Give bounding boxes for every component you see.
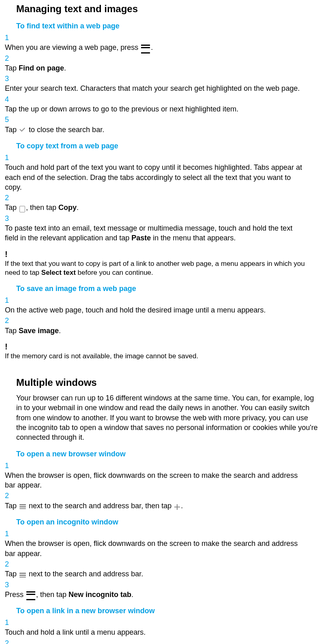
menu-icon (26, 591, 35, 600)
text: . (59, 327, 61, 335)
step-body: To paste text into an email, text messag… (5, 223, 306, 243)
page-content: Managing text and images To find text wi… (0, 3, 334, 644)
text: Tap (5, 126, 19, 134)
subhead-find-text: To find text within a web page (16, 22, 318, 30)
text: Tap (5, 203, 19, 212)
step-number: 3 (5, 74, 15, 83)
bold-text: Copy (58, 203, 77, 212)
step-body: Tap Save image. (5, 326, 306, 336)
step-body: When the browser is open, flick downward… (5, 471, 306, 490)
step-body: On the active web page, touch and hold t… (5, 305, 306, 315)
text: before you can continue. (76, 269, 153, 276)
step-number: 1 (5, 618, 15, 627)
text: Tap (5, 502, 19, 510)
text: . (181, 502, 183, 510)
step-number: 2 (5, 491, 15, 501)
subhead-save-image: To save an image from a web page (16, 285, 318, 293)
subhead-open-new-window: To open a new browser window (16, 450, 318, 458)
bold-text: Find on page (19, 64, 64, 72)
bold-text: Select text (41, 269, 76, 276)
step: 3 To paste text into an email, text mess… (5, 214, 318, 243)
steps-open-new-window: 1 When the browser is open, flick downwa… (16, 461, 318, 511)
warning-icon: ! (5, 341, 15, 352)
text: Tap (5, 327, 19, 335)
text: Tap (5, 64, 19, 72)
bold-text: Paste (131, 234, 151, 242)
step-body: Tap to close the search bar. (5, 125, 306, 135)
step: 2 Tap Find on page. (5, 53, 318, 73)
step-number: 2 (5, 53, 15, 63)
step-body: When you are viewing a web page, press . (5, 43, 306, 52)
text: next to the search and address bar, then… (27, 502, 173, 510)
subhead-copy-text: To copy text from a web page (16, 142, 318, 150)
plus-icon (174, 504, 180, 510)
step: 2 Tap next to the search and address bar… (5, 559, 318, 579)
step: 2 Tap Open in new tab. (5, 638, 318, 644)
step-number: 2 (5, 638, 15, 644)
step-body: Tap , then tap Copy. (5, 203, 306, 212)
step-number: 4 (5, 94, 15, 104)
warning-icon: ! (5, 249, 15, 259)
note-text: If the memory card is not available, the… (5, 352, 306, 361)
step: 1 Touch and hold part of the text you wa… (5, 153, 318, 192)
step-body: Tap next to the search and address bar, … (5, 501, 306, 511)
step-number: 5 (5, 115, 15, 124)
step-number: 1 (5, 529, 15, 539)
step-number: 2 (5, 316, 15, 325)
steps-find-text: 1 When you are viewing a web page, press… (16, 33, 318, 135)
subhead-open-incognito: To open an incognito window (16, 518, 318, 526)
step: 3 Enter your search text. Characters tha… (5, 74, 318, 94)
windows-icon (19, 504, 26, 509)
heading-managing: Managing text and images (16, 3, 318, 15)
step: 3 Press , then tap New incognito tab. (5, 580, 318, 600)
step-body: When the browser is open, flick downward… (5, 539, 306, 558)
text: in the menu that appears. (151, 234, 236, 242)
steps-open-link-new-window: 1 Touch and hold a link until a menu app… (16, 618, 318, 644)
bold-text: Save image (19, 327, 59, 335)
text: When you are viewing a web page, press (5, 43, 140, 51)
step: 1 When you are viewing a web page, press… (5, 33, 318, 53)
note-copy-link: ! If the text that you want to copy is p… (5, 249, 318, 277)
step-body: Tap next to the search and address bar. (5, 569, 306, 579)
step: 2 Tap next to the search and address bar… (5, 491, 318, 511)
step-body: Tap Find on page. (5, 63, 306, 73)
steps-save-image: 1 On the active web page, touch and hold… (16, 295, 318, 336)
intro-multiple-windows: Your browser can run up to 16 different … (16, 393, 318, 442)
step-body: Press , then tap New incognito tab. (5, 590, 306, 599)
close-check-icon (19, 128, 26, 133)
step-number: 3 (5, 214, 15, 223)
step-number: 1 (5, 153, 15, 163)
menu-icon (141, 45, 150, 53)
step-body: Touch and hold part of the text you want… (5, 163, 306, 192)
text: , then tap (36, 591, 69, 599)
step-body: Enter your search text. Characters that … (5, 83, 306, 93)
step: 1 Touch and hold a link until a menu app… (5, 618, 318, 638)
step: 4 Tap the up or down arrows to go to the… (5, 94, 318, 114)
text: Tap (5, 570, 19, 578)
text: . (77, 203, 79, 212)
copy-icon (19, 206, 25, 212)
step: 2 Tap Save image. (5, 316, 318, 336)
step-number: 2 (5, 559, 15, 569)
text: . (64, 64, 66, 72)
steps-copy-text: 1 Touch and hold part of the text you wa… (16, 153, 318, 243)
step: 1 When the browser is open, flick downwa… (5, 529, 318, 558)
subhead-open-link-new-window: To open a link in a new browser window (16, 607, 318, 615)
windows-icon (19, 573, 26, 578)
step: 1 When the browser is open, flick downwa… (5, 461, 318, 490)
step-number: 2 (5, 193, 15, 203)
step-body: Touch and hold a link until a menu appea… (5, 627, 306, 637)
text: Press (5, 591, 26, 599)
text: next to the search and address bar. (27, 570, 143, 578)
step-body: Tap the up or down arrows to go to the p… (5, 104, 306, 114)
bold-text: New incognito tab (69, 591, 131, 599)
text: . (131, 591, 133, 599)
note-text: If the text that you want to copy is par… (5, 259, 306, 277)
steps-open-incognito: 1 When the browser is open, flick downwa… (16, 529, 318, 599)
step: 2 Tap , then tap Copy. (5, 193, 318, 213)
step: 1 On the active web page, touch and hold… (5, 295, 318, 315)
step-number: 1 (5, 33, 15, 43)
text: . (151, 43, 153, 51)
text: to close the search bar. (27, 126, 104, 134)
note-memory-card: ! If the memory card is not available, t… (5, 341, 318, 361)
